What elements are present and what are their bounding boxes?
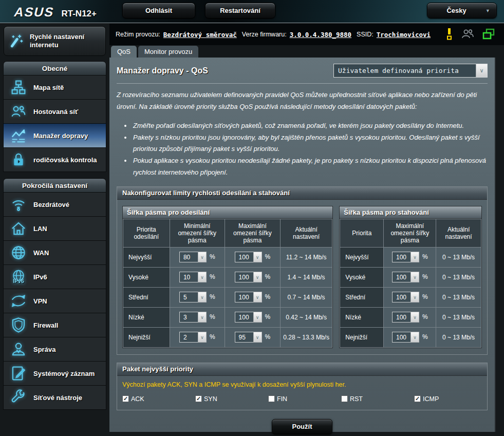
chevron-down-icon: ∨ [198, 252, 207, 262]
sidebar-item-network-map[interactable]: Mapa sítě [3, 75, 106, 100]
tab-traffic-monitor[interactable]: Monitor provozu [138, 46, 198, 58]
sidebar-item-traffic-manager[interactable]: Manažer dopravy [3, 124, 106, 148]
sidebar-item-firewall[interactable]: Firewall [3, 313, 106, 337]
max-bandwidth-select[interactable]: 100∨ [392, 292, 419, 302]
current-setting: 0 ~ 13 Mb/s [436, 287, 481, 307]
min-bandwidth-select[interactable]: 10∨ [179, 272, 207, 282]
sidebar-item-label: Systémový záznam [33, 370, 95, 377]
sidebar-section-title: Obecné [3, 61, 106, 75]
priority-label: Nízké [340, 307, 384, 327]
chevron-down-icon: ∨ [410, 332, 419, 343]
checkbox-icon[interactable] [268, 395, 275, 402]
checkbox-icon[interactable] [414, 395, 421, 402]
sidebar: Rychlé nastavení internetu Obecné Mapa s… [0, 24, 109, 436]
checkbox-ack[interactable]: ACK [122, 395, 195, 403]
current-setting: 0.42 ~ 14 Mb/s [280, 307, 332, 327]
table-header-row: Priorita Maximální omezení šířky pásma A… [340, 219, 481, 247]
checkbox-icon[interactable] [195, 395, 202, 402]
checkbox-fin[interactable]: FIN [268, 395, 341, 403]
system-log-icon [10, 365, 27, 382]
clients-icon[interactable] [461, 28, 474, 41]
table-header-row: Priorita odesílání Minimální omezení šíř… [123, 219, 332, 247]
chevron-down-icon[interactable]: ∨ [476, 64, 487, 77]
checkbox-label: SYN [204, 395, 217, 403]
intro-text: Z rozevíracího seznamu uživatelem defino… [117, 89, 488, 113]
sidebar-item-system-log[interactable]: Systémový záznam [3, 362, 106, 386]
priority-label: Nejnižší [340, 327, 384, 347]
language-select[interactable]: Česky ▼ [427, 3, 497, 18]
max-bandwidth-select[interactable]: 100∨ [392, 332, 419, 343]
tab-qos[interactable]: QoS [111, 46, 137, 58]
firmware-alert-icon[interactable] [445, 28, 453, 42]
min-bandwidth-select[interactable]: 80∨ [179, 252, 207, 262]
chevron-down-icon: ∨ [253, 312, 262, 323]
sidebar-item-parental-control[interactable]: rodičovská kontrola [3, 148, 106, 172]
ssid-label: SSID: [357, 31, 374, 38]
ssid-link[interactable]: Trochimovicovi [377, 31, 431, 39]
sidebar-item-network-tools[interactable]: Síťové nástroje [3, 386, 106, 410]
priority-packet-group: Paket nejvyšší priority Výchozí pakety A… [117, 363, 488, 410]
max-bandwidth-select[interactable]: 100∨ [235, 272, 262, 282]
max-bandwidth-select[interactable]: 100∨ [392, 252, 419, 262]
qos-type-select[interactable]: Uživatelem definovaná priorita ∨ [333, 64, 488, 78]
min-bandwidth-select[interactable]: 3∨ [179, 312, 207, 323]
sidebar-item-label: LAN [33, 225, 47, 233]
min-bandwidth-select[interactable]: 2∨ [179, 332, 207, 343]
chevron-down-icon: ∨ [410, 272, 419, 282]
main-content: Manažer dopravy - QoS Uživatelem definov… [109, 58, 496, 432]
current-setting: 0 ~ 13 Mb/s [436, 247, 481, 267]
firmware-link[interactable]: 3.0.0.4.380_9880 [290, 31, 351, 39]
sidebar-item-guest-network[interactable]: Hostovaná síť [3, 100, 106, 124]
sidebar-item-label: Bezdrátové [33, 201, 69, 208]
checkbox-icon[interactable] [341, 395, 348, 402]
parental-control-icon [10, 151, 27, 168]
sidebar-item-ipv6[interactable]: IPv6 IPv6 [3, 265, 106, 289]
ipv6-icon: IPv6 [10, 269, 27, 285]
checkbox-icmp[interactable]: ICMP [414, 395, 487, 403]
min-bandwidth-select[interactable]: 5∨ [179, 292, 207, 302]
table-row: Nejvyšší 100∨% 0 ~ 13 Mb/s [340, 247, 481, 267]
max-bandwidth-select[interactable]: 95∨ [235, 332, 262, 343]
max-bandwidth-select[interactable]: 100∨ [392, 312, 419, 323]
max-bandwidth-select[interactable]: 100∨ [235, 252, 262, 262]
column-header: Minimální omezení šířky pásma [170, 219, 225, 247]
sidebar-item-label: Správa [33, 346, 55, 353]
table-row: Nízké 3∨% 100∨% 0.42 ~ 14 Mb/s [123, 307, 332, 327]
sidebar-item-wireless[interactable]: Bezdrátové [3, 193, 106, 217]
checkbox-label: RST [350, 395, 363, 403]
download-bandwidth-table: Šířka pásma pro stahování Priorita Maxim… [339, 206, 482, 348]
language-label: Česky [427, 7, 486, 14]
priority-label: Vysoké [340, 267, 384, 287]
max-bandwidth-select[interactable]: 100∨ [235, 312, 262, 323]
chevron-down-icon: ∨ [198, 312, 207, 323]
reboot-button[interactable]: Restartování [205, 3, 275, 18]
sidebar-item-label: Manažer dopravy [33, 132, 88, 140]
table-row: Nejvyšší 80∨% 100∨% 11.2 ~ 14 Mb/s [123, 247, 332, 267]
sidebar-item-wan[interactable]: WAN [3, 241, 106, 265]
logout-button[interactable]: Odhlásit [122, 3, 195, 18]
apply-button[interactable]: Použít [272, 419, 332, 434]
sidebar-item-lan[interactable]: LAN [3, 217, 106, 241]
wired-status-icon[interactable] [482, 28, 495, 41]
sidebar-item-quick-setup[interactable]: Rychlé nastavení internetu [4, 26, 106, 56]
mode-link[interactable]: Bezdrátový směrovač [163, 31, 237, 39]
priority-label: Nejvyšší [340, 247, 384, 267]
sidebar-item-label: IPv6 [33, 273, 47, 281]
magic-wand-icon [8, 33, 25, 49]
table-row: Střední 100∨% 0 ~ 13 Mb/s [340, 287, 481, 307]
sidebar-item-administration[interactable]: Správa [3, 337, 106, 362]
sidebar-item-label: VPN [33, 297, 47, 305]
checkbox-rst[interactable]: RST [341, 395, 414, 403]
column-header: Aktuální nastavení [280, 219, 332, 247]
max-bandwidth-select[interactable]: 100∨ [392, 272, 419, 282]
config-section-title: Nakonfigurovat limity rychlosti odesílán… [117, 187, 487, 200]
divider [117, 83, 488, 84]
sidebar-item-label: Firewall [33, 321, 58, 329]
sidebar-item-vpn[interactable]: VPN [3, 289, 106, 313]
checkbox-icon[interactable] [122, 395, 129, 402]
network-tools-icon [10, 389, 27, 406]
current-setting: 0 ~ 13 Mb/s [436, 267, 481, 287]
checkbox-syn[interactable]: SYN [195, 395, 268, 403]
max-bandwidth-select[interactable]: 100∨ [235, 292, 262, 302]
chevron-down-icon: ∨ [253, 272, 262, 282]
